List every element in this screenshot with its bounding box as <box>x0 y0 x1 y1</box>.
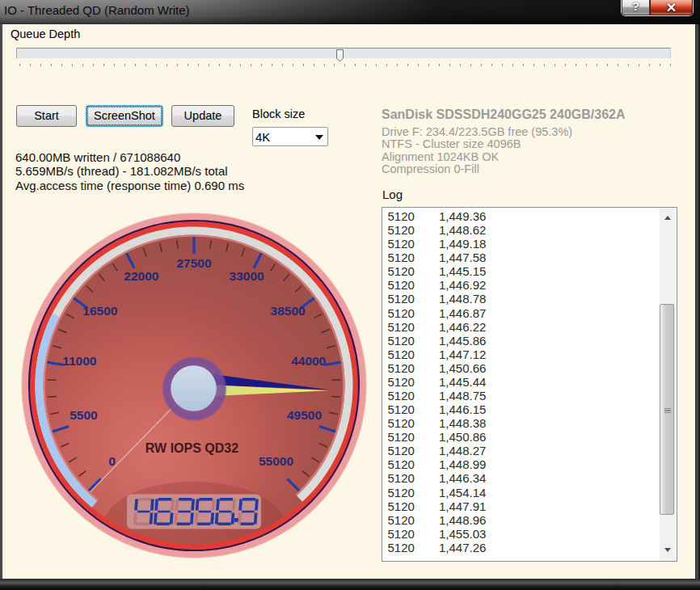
svg-text:55000: 55000 <box>259 454 293 468</box>
svg-text:27500: 27500 <box>176 256 211 270</box>
svg-text:44000: 44000 <box>291 354 326 368</box>
svg-text:RW IOPS QD32: RW IOPS QD32 <box>145 441 238 455</box>
svg-text:49500: 49500 <box>287 408 322 422</box>
svg-text:33000: 33000 <box>230 269 264 283</box>
svg-text:5500: 5500 <box>70 408 97 422</box>
svg-text:22000: 22000 <box>124 269 158 283</box>
svg-text:11000: 11000 <box>62 354 96 368</box>
svg-text:16500: 16500 <box>82 304 117 318</box>
svg-text:0: 0 <box>108 454 116 468</box>
svg-text:38500: 38500 <box>271 304 306 318</box>
